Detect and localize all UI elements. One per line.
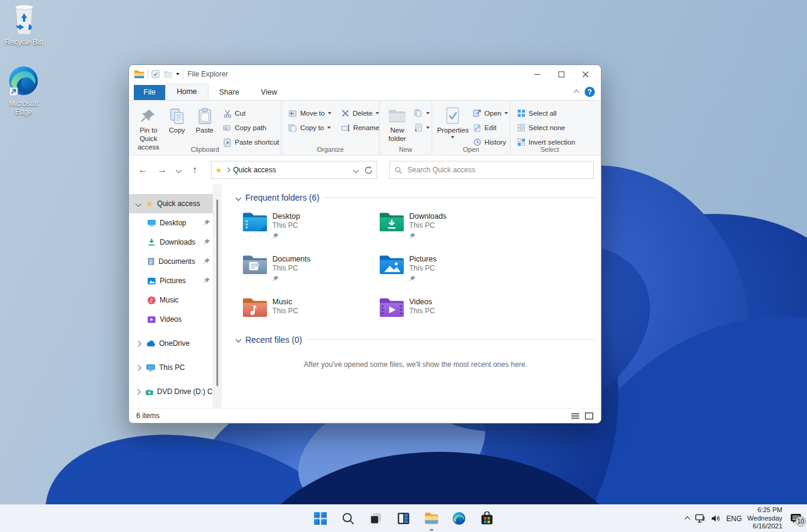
button-label: Select all <box>529 110 557 117</box>
sidebar-item-downloads[interactable]: Downloads <box>129 233 213 252</box>
volume-icon[interactable] <box>711 514 721 523</box>
large-icons-view-button[interactable] <box>585 412 594 420</box>
new-folder-button[interactable]: New folder <box>383 105 411 145</box>
properties-button[interactable]: Properties <box>436 105 470 140</box>
folder-tile-music[interactable]: Music This PC <box>242 296 379 318</box>
taskbar-search-button[interactable] <box>341 511 356 527</box>
edit-button[interactable]: Edit <box>471 121 510 134</box>
chevron-down-icon <box>236 195 242 201</box>
new-item-button[interactable] <box>412 107 432 120</box>
downloads-folder-icon <box>379 211 404 233</box>
sidebar-item-videos[interactable]: Videos <box>129 310 213 329</box>
desktop-icon-microsoft-edge[interactable]: Microsoft Edge <box>1 65 46 117</box>
notification-center-button[interactable]: 10 <box>788 511 803 527</box>
folder-tile-downloads[interactable]: Downloads This PC <box>379 211 516 239</box>
search-box[interactable] <box>389 161 594 179</box>
sidebar-item-documents[interactable]: Documents <box>129 252 213 271</box>
new-item-icon <box>414 109 423 117</box>
up-button[interactable]: ↑ <box>187 164 203 175</box>
button-label: Edit <box>485 124 497 131</box>
refresh-icon[interactable] <box>364 166 373 175</box>
search-input[interactable] <box>406 165 588 175</box>
maximize-button[interactable] <box>549 66 573 82</box>
sidebar-item-desktop[interactable]: Desktop <box>129 213 213 233</box>
button-label: Paste <box>196 127 213 135</box>
copy-path-button[interactable]: W.. Copy path <box>221 121 281 134</box>
button-label: New folder <box>384 127 410 143</box>
sidebar-item-pictures[interactable]: Pictures <box>129 271 213 290</box>
open-button[interactable]: Open <box>471 107 510 120</box>
easy-access-button[interactable] <box>412 121 432 134</box>
copy-to-button[interactable]: Copy to <box>286 121 333 134</box>
taskbar-file-explorer-button[interactable] <box>424 511 439 527</box>
select-all-button[interactable]: Select all <box>515 107 577 120</box>
frequent-folders-header[interactable]: Frequent folders (6) <box>236 193 595 202</box>
details-view-button[interactable] <box>571 412 580 420</box>
move-to-button[interactable]: Move to <box>286 107 333 120</box>
forward-button[interactable]: → <box>154 164 170 175</box>
new-folder-icon[interactable] <box>163 70 173 78</box>
help-button[interactable]: ? <box>585 87 595 97</box>
address-location[interactable]: Quick access <box>233 166 276 174</box>
taskbar-edge-button[interactable] <box>451 511 467 527</box>
minimize-button[interactable] <box>525 66 549 82</box>
copy-button[interactable]: Copy <box>163 105 191 136</box>
scrollbar-thumb[interactable] <box>216 199 218 386</box>
ribbon-group-new: New folder <box>380 101 432 155</box>
sidebar-item-music[interactable]: ♪ Music <box>129 290 213 310</box>
address-bar[interactable]: ★ Quick access <box>211 161 377 179</box>
folder-tile-pictures[interactable]: Pictures This PC <box>379 254 516 282</box>
properties-check-icon[interactable] <box>151 70 160 78</box>
start-button[interactable] <box>313 511 328 527</box>
recent-files-header[interactable]: Recent files (0) <box>236 335 595 345</box>
rename-button[interactable]: Rename <box>339 121 381 134</box>
chevron-right-icon[interactable] <box>135 365 141 371</box>
chevron-right-icon[interactable] <box>135 340 141 346</box>
sidebar-item-onedrive[interactable]: OneDrive <box>129 334 213 353</box>
paste-button[interactable]: Paste <box>191 105 219 136</box>
minimize-ribbon-icon[interactable] <box>574 90 580 96</box>
sidebar-item-quick-access[interactable]: ★ Quick access <box>129 194 213 213</box>
taskbar-clock[interactable]: 6:25 PM Wednesday 6/16/2021 <box>747 506 782 531</box>
folder-tile-desktop[interactable]: Desktop This PC <box>242 211 379 239</box>
sidebar-item-this-pc[interactable]: This PC <box>129 358 213 377</box>
recent-locations-button[interactable] <box>174 168 183 172</box>
delete-button[interactable]: Delete <box>339 107 381 120</box>
folder-tile-videos[interactable]: Videos This PC <box>379 296 516 318</box>
sidebar-item-dvd-drive[interactable]: DVD Drive (D:) CC <box>129 382 213 401</box>
chevron-right-icon[interactable] <box>134 389 140 395</box>
divider <box>148 69 148 79</box>
microsoft-store-button[interactable] <box>479 511 495 527</box>
task-view-button[interactable] <box>368 511 384 527</box>
button-label: Invert selection <box>529 139 575 146</box>
close-button[interactable] <box>573 66 597 82</box>
address-dropdown-icon[interactable] <box>353 167 359 173</box>
customize-qat-dropdown-icon[interactable] <box>176 73 180 75</box>
file-explorer-icon <box>424 512 439 525</box>
chevron-down-icon <box>175 167 181 173</box>
select-none-button[interactable]: Select none <box>515 121 577 134</box>
tab-share[interactable]: Share <box>209 85 250 100</box>
scrollbar[interactable] <box>213 184 222 409</box>
documents-folder-icon <box>242 254 268 275</box>
cut-button[interactable]: Cut <box>221 107 281 120</box>
folder-name: Desktop <box>272 211 300 221</box>
content-pane: Frequent folders (6) Desktop This PC <box>222 184 601 409</box>
folder-tile-documents[interactable]: Documents This PC <box>242 254 379 282</box>
tab-view[interactable]: View <box>250 85 288 100</box>
desktop-icon-recycle-bin[interactable]: Recycle Bin <box>1 4 47 47</box>
language-indicator[interactable]: ENG <box>726 515 742 523</box>
dropdown-icon <box>375 112 379 114</box>
tab-file[interactable]: File <box>134 85 165 100</box>
chevron-down-icon[interactable] <box>135 201 141 207</box>
copy-to-icon <box>288 124 297 132</box>
widgets-button[interactable] <box>396 511 412 527</box>
network-icon[interactable] <box>695 514 705 523</box>
properties-icon <box>445 106 460 127</box>
ribbon-group-organize: Move to Copy to Delete <box>281 101 380 155</box>
back-button[interactable]: ← <box>135 164 151 175</box>
chevron-up-icon <box>685 516 691 522</box>
tab-home[interactable]: Home <box>165 84 208 100</box>
documents-mini-icon <box>147 257 155 266</box>
tray-overflow-button[interactable] <box>685 516 689 521</box>
